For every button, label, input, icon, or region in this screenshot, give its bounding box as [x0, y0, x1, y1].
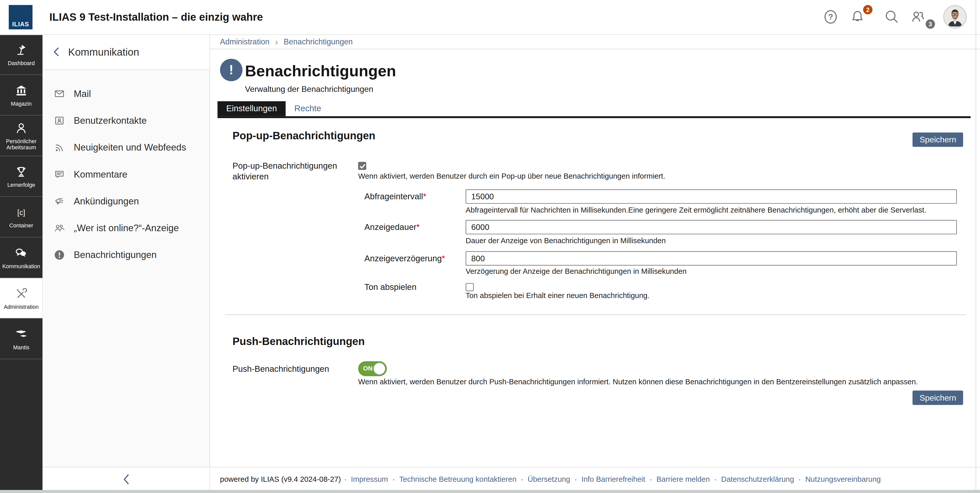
mainbar-item-dashboard[interactable]: Dashboard: [0, 35, 43, 75]
slate-item-label: Benutzerkontakte: [74, 115, 147, 126]
breadcrumb-benachrichtigungen[interactable]: Benachrichtigungen: [284, 37, 353, 46]
mainbar-item-label: Kommunikation: [1, 263, 41, 269]
footer-separator: ·: [344, 475, 347, 483]
person-icon: [14, 121, 28, 136]
field-byline-push: Wenn aktiviert, werden Benutzer durch Pu…: [358, 377, 918, 386]
footer-separator: ·: [574, 475, 577, 483]
megaphone-icon: [54, 195, 65, 207]
slate-item-label: Neuigkeiten und Webfeeds: [74, 142, 186, 153]
footer-separator: ·: [649, 475, 652, 483]
mainbar-item-label: Persönlicher Arbeitsraum: [0, 138, 43, 151]
mainbar-item-persoenlicher-arbeitsraum[interactable]: Persönlicher Arbeitsraum: [0, 116, 43, 156]
ilias-logo[interactable]: ILIAS: [9, 5, 32, 30]
abfrageintervall-input[interactable]: [466, 189, 957, 204]
footer-link-datenschutz[interactable]: Datenschutzerklärung: [721, 475, 794, 483]
rss-icon: [54, 142, 65, 153]
tab-underline: [218, 116, 970, 118]
anzeigeverzoegerung-input[interactable]: [466, 251, 957, 266]
mainbar-item-label: Lernerfolge: [6, 182, 37, 188]
field-byline-popup-enable: Wenn aktiviert, werden Benutzer durch ei…: [358, 172, 665, 180]
mainbar-item-label: Container: [8, 223, 35, 229]
slate-item-benachrichtigungen[interactable]: Benachrichtigungen: [43, 241, 210, 268]
slate-item-mail[interactable]: Mail: [43, 80, 210, 107]
awareness-count-badge[interactable]: 3: [926, 19, 935, 29]
mainbar-item-administration[interactable]: Administration: [0, 278, 43, 319]
mainbar-item-label: Mantis: [12, 344, 30, 350]
ton-abspielen-checkbox[interactable]: [466, 283, 474, 291]
field-label-ton-abspielen: Ton abspielen: [364, 282, 417, 293]
mail-icon: [54, 88, 65, 99]
mainbar-item-label: Dashboard: [6, 60, 36, 66]
field-byline-anzeigeverzoegerung: Verzögerung der Anzeige der Benachrichti…: [466, 267, 687, 275]
field-byline-anzeigedauer: Dauer der Anzeige von Benachrichtigungen…: [466, 236, 666, 245]
footer-link-nutzungsvereinbarung[interactable]: Nutzungsvereinbarung: [805, 475, 881, 483]
footer-link-betreuung[interactable]: Technische Betreuung kontaktieren: [399, 475, 516, 483]
slate-header-label: Kommunikation: [68, 46, 139, 58]
collapse-chevron-icon: [121, 473, 130, 485]
field-label-anzeigedauer: Anzeigedauer*: [364, 222, 420, 232]
slate-item-benutzerkontakte[interactable]: Benutzerkontakte: [43, 107, 210, 134]
field-byline-abfrageintervall: Abfrageintervall für Nachrichten in Mill…: [466, 206, 926, 214]
notification-count-badge[interactable]: 2: [863, 5, 873, 14]
slate-item-neuigkeiten-webfeeds[interactable]: Neuigkeiten und Webfeeds: [43, 134, 210, 161]
toggle-knob: [373, 363, 386, 375]
anzeigedauer-input[interactable]: [466, 220, 957, 234]
save-button-bottom[interactable]: Speichern: [913, 391, 963, 405]
bank-building-icon: [14, 83, 28, 98]
contact-card-icon: [54, 115, 65, 126]
required-marker: *: [423, 192, 426, 201]
awareness-users-icon[interactable]: [910, 9, 926, 25]
mainbar-item-container[interactable]: [c] Container: [0, 197, 43, 237]
alert-circle-icon: [54, 249, 65, 260]
save-button-top[interactable]: Speichern: [913, 132, 963, 147]
mainbar-item-label: Administration: [3, 304, 40, 310]
popup-enable-checkbox[interactable]: [358, 162, 366, 170]
collapse-slate-button[interactable]: [43, 467, 210, 490]
tools-icon: [14, 286, 28, 301]
horizontal-scrollbar[interactable]: [0, 490, 980, 493]
section-title-push: Push-Benachrichtigungen: [232, 336, 365, 348]
site-title: ILIAS 9 Test-Installation – die einzig w…: [49, 0, 263, 35]
field-byline-ton-abspielen: Ton abspielen bei Erhalt einer neuen Ben…: [466, 291, 649, 300]
user-avatar[interactable]: [943, 5, 967, 29]
slate-header[interactable]: Kommunikation: [43, 35, 210, 70]
mainbar-item-kommunikation[interactable]: Kommunikation: [0, 238, 43, 278]
field-label-abfrageintervall: Abfrageintervall*: [364, 191, 426, 202]
footer-separator: ·: [714, 475, 717, 483]
main-content: Administration › Benachrichtigungen ! Be…: [210, 35, 980, 490]
mainbar-item-label: Magazin: [10, 100, 33, 107]
footer-separator: ·: [521, 475, 523, 483]
svg-text:[c]: [c]: [18, 208, 25, 217]
logo-text: ILIAS: [12, 21, 29, 27]
footer-link-uebersetzung[interactable]: Übersetzung: [528, 475, 570, 483]
slate-item-label: „Wer ist online?“-Anzeige: [74, 223, 179, 233]
help-icon[interactable]: ?: [822, 9, 839, 25]
powered-by-text: powered by ILIAS (v9.4 2024-08-27): [220, 475, 341, 483]
required-marker: *: [417, 223, 420, 232]
field-label-popup-enable: Pop-up-Benachrichtigungen aktivieren: [232, 161, 358, 182]
two-persons-icon: [54, 222, 65, 234]
trophy-icon: [14, 164, 28, 180]
breadcrumb-administration[interactable]: Administration: [220, 37, 269, 46]
required-marker: *: [442, 254, 445, 263]
slate-item-label: Benachrichtigungen: [74, 249, 157, 260]
footer-link-barrierefreiheit[interactable]: Info Barrierefreiheit: [581, 475, 645, 483]
page-alert-icon: !: [220, 59, 242, 81]
search-icon[interactable]: [884, 9, 900, 25]
slate-item-ankuendigungen[interactable]: Ankündigungen: [43, 188, 210, 214]
mainbar-item-magazin[interactable]: Magazin: [0, 75, 43, 116]
slate-item-kommentare[interactable]: Kommentare: [43, 161, 210, 187]
container-brackets-icon: [c]: [14, 205, 28, 220]
mainbar-item-lernerfolge[interactable]: Lernerfolge: [0, 156, 43, 197]
footer-link-impressum[interactable]: Impressum: [351, 475, 388, 483]
tab-rechte[interactable]: Rechte: [286, 101, 330, 116]
footer: powered by ILIAS (v9.4 2024-08-27) · Imp…: [210, 467, 980, 490]
push-toggle[interactable]: ON: [358, 361, 387, 376]
page-subtitle: Verwaltung der Benachrichtigungen: [245, 84, 373, 94]
breadcrumb-separator-icon: ›: [275, 38, 278, 45]
slate-item-wer-ist-online[interactable]: „Wer ist online?“-Anzeige: [43, 214, 210, 241]
mainbar-item-mantis[interactable]: Mantis: [0, 319, 43, 359]
slate-items: Mail Benutzerkontakte Neuigkeiten und We…: [43, 70, 210, 268]
footer-link-barriere-melden[interactable]: Barriere melden: [656, 475, 710, 483]
tab-einstellungen[interactable]: Einstellungen: [218, 101, 286, 116]
